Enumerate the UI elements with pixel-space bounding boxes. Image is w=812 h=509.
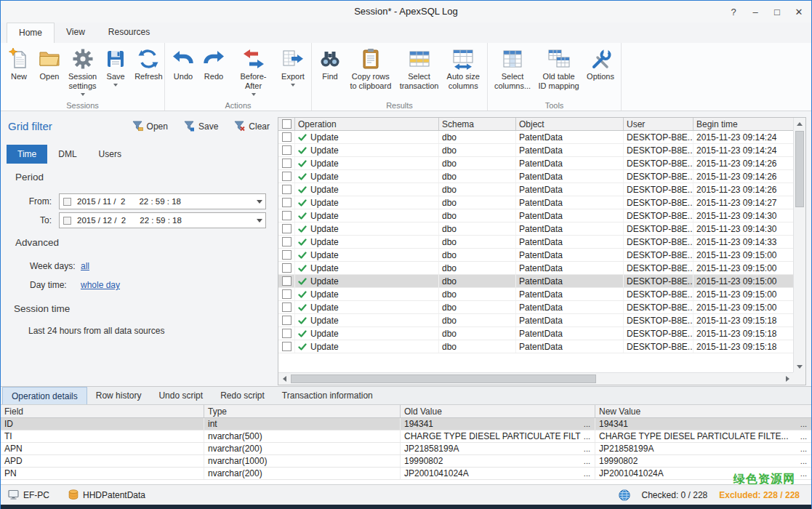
log-row[interactable]: UpdatedboPatentDataDESKTOP-B8E...2015-11… [278, 196, 793, 209]
session-settings-button[interactable]: Session settings [65, 45, 100, 98]
tab-redo-script[interactable]: Redo script [212, 387, 273, 404]
save-session-dropdown-icon[interactable] [113, 84, 118, 87]
before-after-button[interactable]: Before-After [229, 45, 278, 98]
find-button[interactable]: Find [315, 45, 345, 84]
header-user[interactable]: User [624, 118, 694, 130]
row-checkbox[interactable] [282, 145, 292, 155]
log-row[interactable]: UpdatedboPatentDataDESKTOP-B8E...2015-11… [278, 236, 793, 249]
expand-new-value-button[interactable]: ... [797, 420, 811, 428]
expand-new-value-button[interactable]: ... [797, 457, 811, 465]
header-operation[interactable]: Operation [295, 118, 439, 130]
tab-resources[interactable]: Resources [97, 23, 161, 43]
details-row[interactable]: APDnvarchar(1000)19990802...19990802... [1, 455, 811, 468]
refresh-button[interactable]: Refresh [131, 45, 166, 84]
header-object[interactable]: Object [516, 118, 624, 130]
log-row[interactable]: UpdatedboPatentDataDESKTOP-B8E...2015-11… [278, 301, 793, 314]
row-checkbox[interactable] [282, 172, 292, 181]
log-row[interactable]: UpdatedboPatentDataDESKTOP-B8E...2015-11… [278, 275, 793, 288]
filter-tab-users[interactable]: Users [88, 145, 132, 164]
row-checkbox[interactable] [282, 263, 292, 273]
log-row[interactable]: UpdatedboPatentDataDESKTOP-B8E...2015-11… [278, 209, 793, 223]
old-table-id-mapping-button[interactable]: Old table ID mapping [534, 45, 583, 93]
log-row[interactable]: UpdatedboPatentDataDESKTOP-B8E...2015-11… [278, 262, 793, 275]
filter-tab-time[interactable]: Time [7, 145, 47, 164]
header-begin-time[interactable]: Begin time [694, 118, 793, 130]
row-checkbox[interactable] [282, 316, 292, 325]
auto-size-columns-button[interactable]: Auto size columns [442, 45, 484, 93]
to-dropdown-button[interactable] [254, 219, 265, 223]
redo-button[interactable]: Redo [198, 45, 229, 84]
horizontal-scrollbar[interactable] [278, 372, 793, 385]
vertical-scrollbar[interactable] [793, 118, 805, 372]
copy-rows-button[interactable]: Copy rows to clipboard [345, 45, 396, 93]
log-row[interactable]: UpdatedboPatentDataDESKTOP-B8E...2015-11… [278, 249, 793, 262]
scroll-up-button[interactable] [794, 118, 805, 129]
row-checkbox[interactable] [282, 302, 292, 312]
log-row[interactable]: UpdatedboPatentDataDESKTOP-B8E...2015-11… [278, 340, 793, 353]
row-checkbox[interactable] [282, 237, 292, 247]
row-checkbox[interactable] [282, 185, 292, 194]
help-button[interactable]: ? [723, 1, 744, 23]
expand-new-value-button[interactable]: ... [797, 444, 811, 453]
day-time-link[interactable]: whole day [81, 280, 120, 290]
export-dropdown-icon[interactable] [291, 84, 295, 87]
from-date-checkbox-icon[interactable] [63, 198, 71, 206]
select-columns-button[interactable]: Select columns... [491, 45, 534, 93]
tab-home[interactable]: Home [7, 23, 55, 43]
filter-tab-dml[interactable]: DML [47, 145, 87, 164]
log-row[interactable]: UpdatedboPatentDataDESKTOP-B8E...2015-11… [278, 223, 793, 236]
tab-transaction-information[interactable]: Transaction information [273, 387, 382, 404]
options-button[interactable]: Options [583, 45, 618, 84]
log-row[interactable]: UpdatedboPatentDataDESKTOP-B8E...2015-11… [278, 144, 793, 157]
tab-operation-details[interactable]: Operation details [2, 387, 87, 404]
log-row[interactable]: UpdatedboPatentDataDESKTOP-B8E...2015-11… [278, 131, 793, 144]
select-transaction-button[interactable]: Select transaction [396, 45, 443, 93]
session-settings-dropdown-icon[interactable] [81, 93, 85, 96]
expand-old-value-button[interactable]: ... [581, 457, 595, 465]
log-row[interactable]: UpdatedboPatentDataDESKTOP-B8E...2015-11… [278, 288, 793, 301]
log-row[interactable]: UpdatedboPatentDataDESKTOP-B8E...2015-11… [278, 170, 793, 183]
expand-new-value-button[interactable]: ... [797, 469, 811, 478]
header-old-value[interactable]: Old Value [401, 405, 595, 417]
close-button[interactable]: ✕ [788, 1, 810, 23]
new-button[interactable]: New [4, 45, 34, 84]
header-schema[interactable]: Schema [439, 118, 516, 130]
row-checkbox[interactable] [282, 198, 292, 207]
expand-old-value-button[interactable]: ... [581, 420, 595, 428]
filter-save-button[interactable]: Save [184, 121, 218, 132]
to-date-checkbox-icon[interactable] [63, 217, 71, 225]
row-checkbox[interactable] [282, 159, 292, 168]
week-days-link[interactable]: all [81, 261, 89, 271]
log-row[interactable]: UpdatedboPatentDataDESKTOP-B8E...2015-11… [278, 314, 793, 327]
horizontal-scroll-thumb[interactable] [291, 374, 596, 383]
scroll-left-button[interactable] [278, 373, 290, 385]
scroll-right-button[interactable] [781, 373, 793, 385]
log-row[interactable]: UpdatedboPatentDataDESKTOP-B8E...2015-11… [278, 157, 793, 170]
details-row[interactable]: PNnvarchar(200)JP2001041024A...JP2001041… [1, 468, 811, 480]
row-checkbox[interactable] [282, 132, 292, 142]
from-dropdown-button[interactable] [254, 200, 265, 204]
filter-open-button[interactable]: Open [132, 121, 168, 132]
expand-old-value-button[interactable]: ... [581, 432, 595, 441]
header-type[interactable]: Type [204, 405, 401, 417]
row-checkbox[interactable] [282, 250, 292, 260]
filter-clear-button[interactable]: Clear [234, 121, 270, 132]
to-datetime-input[interactable]: 2015 / 12 / 2 22 : 59 : 18 [59, 212, 266, 228]
row-checkbox[interactable] [282, 224, 292, 233]
details-row[interactable]: IDint194341...194341... [1, 418, 811, 430]
tab-view[interactable]: View [55, 23, 97, 43]
from-datetime-input[interactable]: 2015 / 11 / 2 22 : 59 : 18 [59, 193, 266, 209]
row-checkbox[interactable] [282, 276, 292, 286]
tab-row-history[interactable]: Row history [87, 387, 150, 404]
log-row[interactable]: UpdatedboPatentDataDESKTOP-B8E...2015-11… [278, 327, 793, 340]
expand-new-value-button[interactable]: ... [797, 432, 811, 441]
details-row[interactable]: TInvarchar(500)CHARGE TYPE DIESEL PARTIC… [1, 430, 811, 443]
tab-undo-script[interactable]: Undo script [150, 387, 212, 404]
maximize-button[interactable]: □ [766, 1, 788, 23]
save-session-button[interactable]: Save [100, 45, 131, 89]
details-row[interactable]: APNnvarchar(200)JP21858199A...JP21858199… [1, 443, 811, 455]
export-button[interactable]: Export [278, 45, 308, 89]
row-checkbox[interactable] [282, 342, 292, 351]
before-after-dropdown-icon[interactable] [252, 93, 256, 96]
row-checkbox[interactable] [282, 329, 292, 338]
